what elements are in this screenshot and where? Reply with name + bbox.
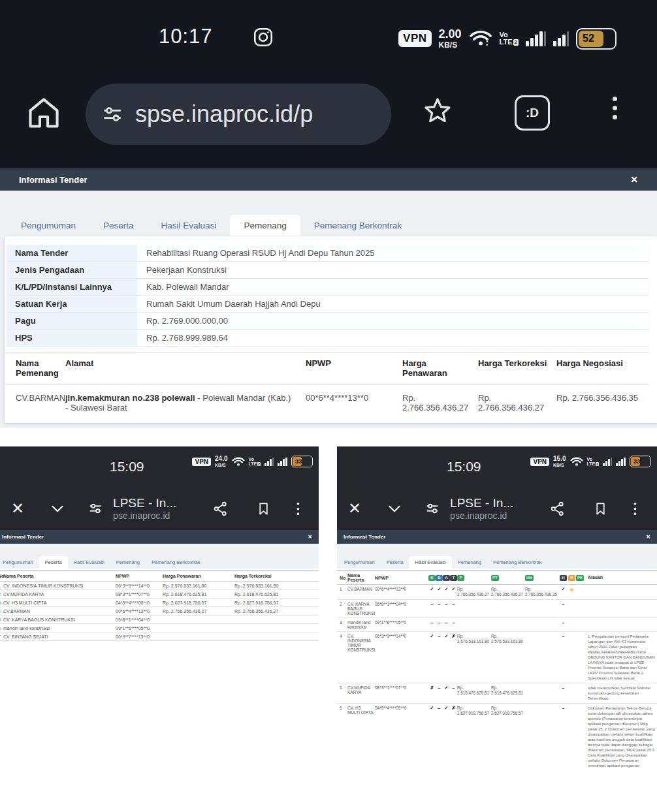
- tab-peserta[interactable]: Peserta: [89, 215, 148, 236]
- close-icon[interactable]: ✕: [11, 499, 24, 518]
- mini-modal-header: Informasi Tender ✕: [0, 530, 319, 544]
- share-icon[interactable]: [212, 501, 229, 517]
- detail-value: Rumah Sakit Umum Daerah Hajjah Andi Depu: [137, 296, 649, 312]
- mini-tabstrip: Pengumuman Peserta Hasil Evaluasi Pemena…: [0, 544, 319, 569]
- mini-modal-title: Informasi Tender: [2, 534, 44, 540]
- detail-row: Pagu Rp. 2.769.000.000,00: [7, 313, 649, 330]
- page-title-block: LPSE - In... pse.inaproc.id: [450, 496, 540, 521]
- mini-screenshot-hasil-evaluasi: 15:09 VPN 15.0KB/S Vo LTE2 33 ✕: [337, 446, 657, 768]
- home-icon[interactable]: [25, 94, 63, 132]
- winner-row: CV.BARMAN jln.kemakmuran no.238 polewali…: [7, 385, 649, 420]
- tab-pemenang-berkontrak[interactable]: Pemenang Berkontrak: [487, 556, 548, 569]
- badge-p2: P: [568, 575, 575, 581]
- chevron-down-icon[interactable]: [386, 500, 403, 517]
- chevron-down-icon[interactable]: [49, 500, 66, 517]
- peserta-table-header: No Nama Peserta NPWP Harga Penawaran Har…: [0, 570, 319, 582]
- evaluasi-row: 2 CV. KARYA BAGUS KONSTRUKSI 05*8**1****…: [337, 600, 657, 618]
- tab-pemenang-berkontrak[interactable]: Pemenang Berkontrak: [146, 556, 206, 569]
- page-controls-icon[interactable]: [88, 501, 103, 516]
- status-bar: 10:17 VPN 2.00 KB/S Vo LTE2: [0, 17, 657, 60]
- bookmark-icon[interactable]: [593, 501, 608, 516]
- winner-star-icon: ★: [568, 587, 576, 593]
- modal-tabs: Pengumuman Peserta Hasil Evaluasi Pemena…: [7, 215, 415, 236]
- informasi-tender-modal: Informasi Tender ✕ Pengumuman Peserta Ha…: [0, 168, 657, 428]
- page-controls-icon[interactable]: [101, 103, 123, 125]
- tab-hasil-evaluasi[interactable]: Hasil Evaluasi: [68, 556, 110, 569]
- tab-switcher[interactable]: :D: [515, 95, 550, 131]
- tab-hasil-evaluasi[interactable]: Hasil Evaluasi: [148, 215, 231, 236]
- phone-top-chrome: 10:17 VPN 2.00 KB/S Vo LTE2: [0, 0, 657, 168]
- badge-p: P: [457, 575, 464, 581]
- mini-screenshot-peserta: 15:09 VPN 24.0KB/S Vo LTE2 33 ✕: [0, 446, 319, 768]
- signal-bars-sim2: [278, 458, 287, 466]
- detail-label: Jenis Pengadaan: [7, 262, 137, 278]
- detail-row: Jenis Pengadaan Pekerjaan Konstruksi: [7, 262, 649, 279]
- status-icons: VPN 2.00 KB/S Vo LTE2: [398, 22, 617, 55]
- mini-page: Informasi Tender ✕ Pengumuman Peserta Ha…: [337, 530, 657, 768]
- menu-icon[interactable]: [297, 502, 300, 514]
- tender-detail-panel: Nama Tender Rehabilitasi Ruang Operasi R…: [5, 236, 657, 423]
- url-bar[interactable]: spse.inaproc.id/p: [86, 84, 391, 145]
- tab-peserta[interactable]: Peserta: [39, 556, 68, 569]
- mini-modal-header: Informasi Tender ✕: [337, 530, 657, 544]
- close-icon[interactable]: ✕: [348, 499, 361, 518]
- tab-pengumuman[interactable]: Pengumuman: [0, 556, 39, 569]
- wifi-icon: [570, 456, 583, 467]
- browser-toolbar: spse.inaproc.id/p :D: [0, 82, 657, 148]
- tab-peserta[interactable]: Peserta: [381, 556, 409, 569]
- tab-pemenang[interactable]: Pemenang: [230, 215, 300, 236]
- tab-hasil-evaluasi[interactable]: Hasil Evaluasi: [409, 556, 452, 569]
- url-text: spse.inaproc.id/p: [135, 101, 313, 128]
- detail-value: Rehabilitasi Ruang Operasi RSUD Hj Andi …: [137, 245, 649, 261]
- modal-title: Informasi Tender: [19, 175, 88, 185]
- share-icon[interactable]: [549, 501, 566, 517]
- tab-pemenang[interactable]: Pemenang: [110, 556, 146, 569]
- tab-pemenang-berkontrak[interactable]: Pemenang Berkontrak: [300, 215, 415, 236]
- bookmark-star-icon[interactable]: [422, 95, 453, 127]
- close-icon[interactable]: ✕: [646, 534, 650, 540]
- mini-page: Informasi Tender ✕ Pengumuman Peserta Ha…: [0, 530, 319, 768]
- browser-menu-icon[interactable]: [613, 97, 617, 119]
- winner-negosiasi: Rp. 2.766.356.436,35: [556, 393, 649, 403]
- badge-b: B: [436, 575, 443, 581]
- page-controls-icon[interactable]: [425, 501, 440, 516]
- mini-browser-chrome: 15:09 VPN 24.0KB/S Vo LTE2 33 ✕: [0, 446, 319, 530]
- winner-table-header: Nama Pemenang Alamat NPWP Harga Penawara…: [7, 352, 649, 385]
- tab-pengumuman[interactable]: Pengumuman: [7, 215, 89, 236]
- evaluasi-table: No Nama Peserta NPWP K B A T P PT HN H P…: [337, 570, 657, 768]
- detail-value: Rp. 2.768.999.989,64: [137, 330, 649, 346]
- menu-icon[interactable]: [634, 502, 637, 514]
- volte-indicator: Vo LTE2: [249, 457, 261, 466]
- signal-bars-sim1: [603, 458, 612, 466]
- evaluasi-row: 3 mandiri land konstruksi 09*1**6****05*…: [337, 618, 657, 632]
- mini-browser-chrome: 15:09 VPN 15.0KB/S Vo LTE2 33 ✕: [337, 446, 657, 530]
- mini-tabstrip: Pengumuman Peserta Hasil Evaluasi Pemena…: [337, 544, 657, 569]
- detail-value: Kab. Polewali Mandar: [137, 279, 649, 295]
- mini-clock: 15:09: [110, 459, 144, 475]
- peserta-row: 4 CV.BARMAN 00*6**4****13**0 Rp. 2.766.3…: [0, 607, 319, 616]
- badge-t: T: [450, 575, 457, 581]
- close-icon[interactable]: ✕: [630, 174, 638, 185]
- evaluasi-row: 6 CV. H3 MULTI CIPTA 04*5**4****05**0 ✓ …: [337, 704, 657, 768]
- badge-hn: HN: [525, 575, 534, 581]
- tender-details-table: Nama Tender Rehabilitasi Ruang Operasi R…: [5, 245, 657, 347]
- detail-label: Nama Tender: [7, 245, 137, 261]
- tab-pengumuman[interactable]: Pengumuman: [338, 556, 381, 569]
- mini-clock: 15:09: [447, 459, 481, 475]
- peserta-row: 7 CV. BINTANG SEJATI 00*9**7****13**0: [0, 632, 319, 641]
- signal-bars-sim1: [264, 458, 274, 466]
- detail-row: HPS Rp. 2.768.999.989,64: [7, 330, 649, 347]
- bookmark-icon[interactable]: [256, 501, 271, 516]
- tab-pemenang[interactable]: Pemenang: [452, 556, 487, 569]
- detail-row: Nama Tender Rehabilitasi Ruang Operasi R…: [7, 245, 649, 262]
- detail-row: Satuan Kerja Rumah Sakit Umum Daerah Haj…: [7, 296, 649, 313]
- detail-label: K/L/PD/Instansi Lainnya: [7, 279, 137, 295]
- close-icon[interactable]: ✕: [308, 534, 312, 540]
- detail-label: HPS: [7, 330, 137, 346]
- page-title-block: LPSE - In... pse.inaproc.id: [113, 496, 203, 521]
- mini-modal-title: Informasi Tender: [344, 534, 385, 540]
- detail-value: Rp. 2.769.000.000,00: [137, 313, 649, 329]
- col-nama-pemenang: Nama Pemenang: [7, 358, 65, 378]
- peserta-table: No Nama Peserta NPWP Harga Penawaran Har…: [0, 570, 319, 641]
- winner-penawaran: Rp. 2.766.356.436,27: [402, 393, 478, 413]
